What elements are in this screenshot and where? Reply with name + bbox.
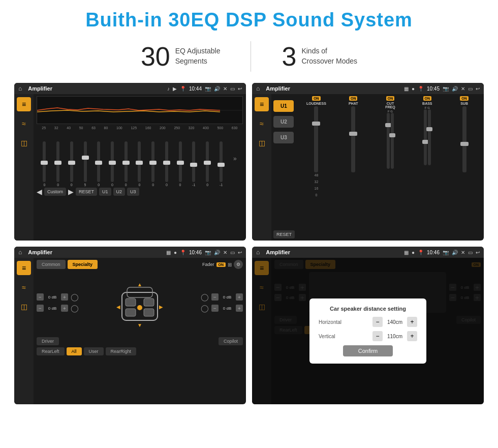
- page-title: Buith-in 30EQ DSP Sound System: [0, 0, 498, 36]
- sub-track[interactable]: [462, 106, 466, 172]
- rearright-btn[interactable]: RearRight: [106, 347, 137, 355]
- u1-preset[interactable]: U1: [273, 100, 294, 112]
- eq-slider-4[interactable]: 0: [97, 141, 100, 187]
- grid-icon-4: ▦: [404, 250, 409, 255]
- dialog-overlay: Car speaker distance setting Horizontal …: [252, 258, 484, 404]
- horizontal-plus[interactable]: +: [407, 317, 417, 327]
- reset-btn[interactable]: RESET: [76, 188, 97, 196]
- svg-point-7: [137, 305, 142, 310]
- freq-320: 320: [189, 126, 195, 130]
- u2-btn[interactable]: U2: [113, 188, 126, 196]
- back-icon-3[interactable]: ↩: [238, 250, 242, 255]
- rearleft-btn[interactable]: RearLeft: [37, 347, 65, 355]
- confirm-button[interactable]: Confirm: [343, 345, 393, 356]
- custom-btn[interactable]: Custom: [44, 188, 66, 196]
- home-icon-4[interactable]: ⌂: [256, 249, 260, 256]
- wave-sidebar-icon[interactable]: ≈: [17, 116, 31, 131]
- spk-minus-2[interactable]: −: [37, 305, 44, 312]
- eq-slider-10[interactable]: 0: [179, 141, 182, 187]
- eq-slider-13[interactable]: -1: [220, 141, 223, 187]
- spk-val-br: 0 dB: [220, 306, 234, 311]
- back-icon-2[interactable]: ↩: [476, 86, 480, 92]
- eq-slider-7[interactable]: 0: [138, 141, 141, 187]
- eq-slider-6[interactable]: 0: [124, 141, 128, 187]
- u3-btn[interactable]: U3: [127, 188, 139, 196]
- spk-plus-1[interactable]: +: [61, 293, 68, 301]
- cutfreq-track-f[interactable]: [387, 113, 390, 169]
- camera-icon-3: 📷: [205, 250, 211, 255]
- wave-sidebar-icon-3[interactable]: ≈: [17, 280, 31, 294]
- speaker-sidebar-icon-2[interactable]: ◫: [255, 136, 269, 150]
- vertical-plus[interactable]: +: [407, 331, 417, 341]
- loudness-track[interactable]: [314, 106, 318, 172]
- play-status-icon: ▶: [173, 86, 177, 92]
- crossover-main: U1 U2 U3 RESET ON LOUDNESS: [271, 94, 484, 241]
- eq-sidebar-icon-3[interactable]: ≡: [17, 261, 31, 275]
- cutfreq-track-g[interactable]: [391, 113, 394, 169]
- eq-slider-0[interactable]: 0: [43, 141, 46, 187]
- spk-val-bl: 0 dB: [45, 306, 59, 311]
- eq-slider-12[interactable]: 0: [206, 141, 209, 187]
- u1-btn[interactable]: U1: [99, 188, 111, 196]
- spk-minus-3[interactable]: −: [211, 293, 219, 301]
- cutfreq-on: ON: [386, 96, 395, 101]
- u2-preset[interactable]: U2: [273, 116, 294, 128]
- pin-icon: 📍: [180, 86, 186, 92]
- all-btn[interactable]: All: [67, 347, 82, 355]
- driver-btn[interactable]: Driver: [37, 337, 59, 345]
- next-btn[interactable]: ▶: [68, 188, 74, 196]
- vertical-minus[interactable]: −: [372, 331, 383, 341]
- stat-crossover-number: 3: [282, 41, 296, 72]
- svg-rect-4: [144, 298, 154, 306]
- settings-icon[interactable]: ⚙: [234, 260, 243, 269]
- eq-slider-9[interactable]: 0: [165, 141, 168, 187]
- loudness-label: LOUDNESS: [306, 102, 326, 105]
- vol-icon: 🔊: [214, 86, 220, 92]
- phat-track[interactable]: [351, 106, 355, 172]
- eq-sidebar-icon-2[interactable]: ≡: [255, 97, 269, 111]
- status-bar-dialog: ⌂ Amplifier ▦ ● 📍 10:46 📷 🔊 ✕ ▭ ↩: [252, 247, 484, 258]
- back-icon-4[interactable]: ↩: [476, 250, 480, 255]
- stat-eq-label: EQ AdjustableSegments: [175, 46, 221, 66]
- camera-icon: 📷: [205, 86, 211, 92]
- eq-sidebar-icon[interactable]: ≡: [17, 97, 31, 111]
- specialty-tab[interactable]: Specialty: [68, 260, 98, 269]
- spk-plus-3[interactable]: +: [236, 293, 243, 301]
- sub-thumb: [460, 142, 469, 146]
- eq-slider-3[interactable]: 5: [84, 141, 87, 187]
- speaker-sidebar-icon-3[interactable]: ◫: [17, 300, 31, 314]
- time-dialog: 10:46: [427, 250, 440, 255]
- app-name-eq: Amplifier: [28, 85, 164, 92]
- copilot-btn[interactable]: Copilot: [219, 337, 243, 345]
- spk-minus-4[interactable]: −: [211, 305, 219, 312]
- home-icon-3[interactable]: ⌂: [18, 249, 22, 256]
- cutfreq-thumb-g: [389, 133, 395, 137]
- home-icon[interactable]: ⌂: [18, 85, 22, 92]
- bass-track-g[interactable]: [428, 109, 431, 165]
- expand-icon[interactable]: »: [233, 155, 237, 162]
- user-btn[interactable]: User: [84, 347, 104, 355]
- eq-slider-8[interactable]: 0: [151, 141, 154, 187]
- eq-slider-1[interactable]: 0: [56, 141, 59, 187]
- prev-btn[interactable]: ◀: [37, 188, 42, 196]
- speaker-sidebar-icon[interactable]: ◫: [17, 136, 31, 150]
- bass-track-f[interactable]: [424, 109, 427, 165]
- home-icon-2[interactable]: ⌂: [256, 85, 260, 92]
- eq-slider-2[interactable]: 0: [70, 141, 73, 187]
- common-tab[interactable]: Common: [37, 260, 66, 269]
- spk-circle-tr: ◯: [201, 293, 209, 301]
- vertical-label: Vertical: [319, 334, 368, 339]
- stat-crossover: 3 Kinds ofCrossover Modes: [251, 41, 388, 72]
- wave-sidebar-icon-2[interactable]: ≈: [255, 116, 269, 131]
- car-diagram-svg: ▲ ▼ ◀ ▶: [109, 272, 170, 333]
- back-icon[interactable]: ↩: [238, 86, 242, 92]
- spk-minus-1[interactable]: −: [37, 293, 44, 301]
- spk-plus-2[interactable]: +: [61, 305, 68, 312]
- reset-crossover-btn[interactable]: RESET: [273, 230, 295, 238]
- horizontal-label: Horizontal: [319, 319, 368, 325]
- u3-preset[interactable]: U3: [273, 132, 294, 143]
- eq-slider-11[interactable]: -1: [192, 141, 195, 187]
- spk-plus-4[interactable]: +: [236, 305, 243, 312]
- eq-slider-5[interactable]: 0: [111, 141, 114, 187]
- horizontal-minus[interactable]: −: [372, 317, 383, 327]
